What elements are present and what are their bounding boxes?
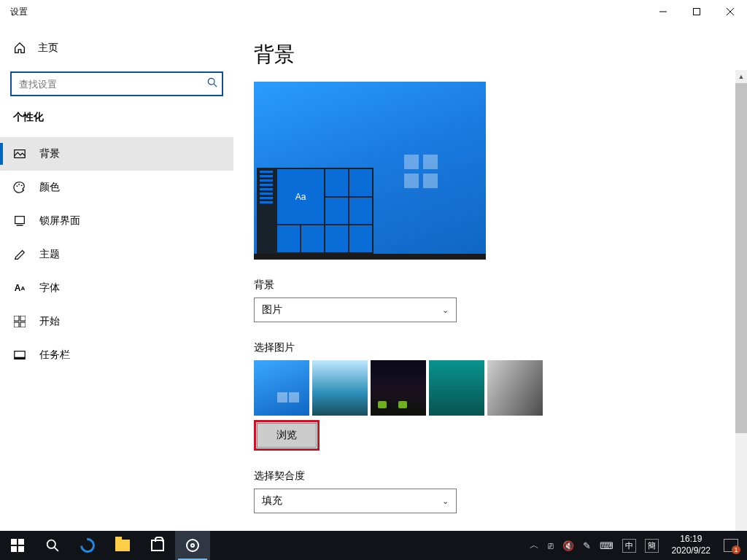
maximize-button[interactable]	[680, 0, 713, 23]
sidebar-item-themes[interactable]: 主题	[0, 238, 233, 271]
ime-lang-1[interactable]: 中	[622, 539, 636, 553]
svg-rect-12	[14, 316, 19, 321]
home-label: 主页	[38, 42, 58, 55]
svg-rect-13	[20, 316, 26, 321]
taskbar: ︿ ⎚ 🔇 ✎ ⌨ 中 簡 16:19 2020/9/22	[0, 531, 747, 560]
system-tray: ︿ ⎚ 🔇 ✎ ⌨ 中 簡 16:19 2020/9/22	[530, 534, 747, 556]
action-center-icon[interactable]	[724, 539, 738, 552]
sidebar-item-label: 开始	[39, 315, 60, 328]
svg-rect-1	[694, 9, 700, 15]
picture-thumb[interactable]	[312, 360, 368, 416]
svg-rect-11	[17, 225, 23, 225]
ime-icon[interactable]: ✎	[583, 540, 591, 551]
svg-point-7	[17, 185, 18, 187]
svg-point-4	[208, 78, 214, 85]
ime-lang-2[interactable]: 簡	[645, 539, 659, 553]
picture-thumb[interactable]	[254, 360, 309, 416]
scroll-thumb[interactable]	[735, 83, 747, 433]
scrollbar[interactable]: ▲	[735, 70, 747, 531]
select-value: 填充	[262, 494, 282, 508]
keyboard-icon[interactable]: ⌨	[600, 540, 614, 551]
taskbar-search[interactable]	[35, 531, 70, 560]
preview-sample-tile: Aa	[277, 169, 324, 224]
font-icon: AA	[13, 281, 26, 295]
chevron-down-icon: ⌄	[442, 497, 449, 506]
sidebar-item-colors[interactable]: 颜色	[0, 171, 233, 204]
chevron-down-icon: ⌄	[442, 306, 449, 315]
picture-thumbnails	[254, 360, 747, 416]
sidebar: 主页 个性化 背景 颜色	[0, 23, 233, 531]
sidebar-item-start[interactable]: 开始	[0, 305, 233, 338]
sidebar-item-label: 任务栏	[39, 349, 70, 362]
search-input[interactable]	[10, 71, 223, 96]
svg-line-19	[55, 548, 58, 551]
start-button[interactable]	[0, 531, 35, 560]
svg-point-8	[18, 184, 20, 185]
start-icon	[13, 315, 26, 328]
sidebar-item-background[interactable]: 背景	[0, 137, 233, 171]
image-icon	[13, 147, 26, 160]
sidebar-item-label: 字体	[39, 281, 60, 295]
svg-rect-15	[20, 322, 26, 327]
theme-icon	[13, 248, 26, 261]
sidebar-item-label: 主题	[39, 248, 60, 261]
tray-chevron-up-icon[interactable]: ︿	[530, 539, 539, 552]
search-icon	[207, 77, 217, 90]
volume-icon[interactable]: 🔇	[562, 540, 574, 551]
home-icon	[13, 42, 26, 55]
close-button[interactable]	[713, 0, 747, 23]
palette-icon	[13, 181, 26, 194]
svg-line-5	[214, 84, 217, 87]
sidebar-item-label: 背景	[39, 147, 60, 160]
taskbar-edge[interactable]	[70, 531, 105, 560]
sidebar-item-taskbar[interactable]: 任务栏	[0, 338, 233, 372]
browse-highlight: 浏览	[254, 420, 320, 451]
svg-point-18	[47, 540, 55, 548]
choose-picture-label: 选择图片	[254, 341, 747, 354]
svg-rect-14	[14, 322, 19, 327]
background-type-label: 背景	[254, 279, 747, 292]
svg-rect-10	[15, 217, 25, 224]
picture-thumb[interactable]	[487, 360, 543, 416]
background-type-select[interactable]: 图片 ⌄	[254, 298, 457, 322]
picture-thumb[interactable]	[371, 360, 426, 416]
fit-label: 选择契合度	[254, 470, 747, 483]
taskbar-store[interactable]	[140, 531, 175, 560]
picture-thumb[interactable]	[429, 360, 484, 416]
taskbar-explorer[interactable]	[105, 531, 140, 560]
home-link[interactable]: 主页	[0, 31, 233, 66]
clock-time: 16:19	[672, 534, 711, 545]
clock-date: 2020/9/22	[672, 545, 711, 557]
minimize-button[interactable]	[646, 0, 680, 23]
window-title: 设置	[10, 6, 28, 18]
network-icon[interactable]: ⎚	[548, 540, 554, 551]
section-label: 个性化	[0, 96, 233, 130]
taskbar-icon	[13, 349, 26, 362]
background-preview: Aa	[254, 82, 486, 260]
taskbar-settings[interactable]	[175, 531, 210, 560]
fit-select[interactable]: 填充 ⌄	[254, 489, 457, 513]
scroll-up-icon[interactable]: ▲	[735, 70, 747, 83]
sidebar-item-label: 颜色	[39, 181, 60, 194]
sidebar-item-lockscreen[interactable]: 锁屏界面	[0, 204, 233, 238]
lockscreen-icon	[13, 214, 26, 228]
sidebar-item-fonts[interactable]: AA 字体	[0, 271, 233, 305]
page-title: 背景	[254, 41, 747, 69]
taskbar-clock[interactable]: 16:19 2020/9/22	[667, 534, 715, 556]
browse-button[interactable]: 浏览	[257, 423, 317, 448]
titlebar: 设置	[0, 0, 747, 23]
content-area: 背景 Aa 背景 图片 ⌄ 选择图片	[233, 23, 747, 531]
select-value: 图片	[262, 303, 282, 316]
svg-rect-17	[15, 357, 25, 359]
svg-point-9	[21, 184, 23, 186]
sidebar-item-label: 锁屏界面	[39, 214, 80, 228]
